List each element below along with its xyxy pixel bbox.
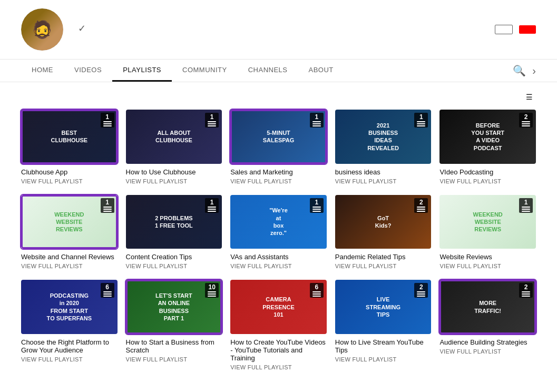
playlist-thumb: CAMERAPRESENCE101 6	[230, 280, 327, 334]
playlist-grid-row3: PODCASTINGin 2020FROM STARTTO SUPERFANS …	[21, 280, 536, 370]
playlist-count-num: 1	[210, 114, 214, 120]
playlist-link[interactable]: VIEW FULL PLAYLIST	[439, 178, 536, 184]
playlist-count-badge: 1	[205, 113, 219, 128]
section-header: ☰	[21, 93, 536, 101]
playlist-count-num: 1	[524, 199, 528, 205]
playlist-title: Website Reviews	[439, 253, 536, 261]
header-actions	[495, 25, 536, 34]
playlist-link[interactable]: VIEW FULL PLAYLIST	[335, 356, 432, 362]
playlist-count-badge: 1	[101, 113, 114, 128]
playlist-link[interactable]: VIEW FULL PLAYLIST	[335, 263, 432, 269]
playlist-count-num: 2	[524, 114, 528, 120]
playlist-count-lines	[312, 207, 321, 212]
channel-header: 🧔 ✓	[0, 0, 557, 60]
playlist-card-choose-platform[interactable]: PODCASTINGin 2020FROM STARTTO SUPERFANS …	[21, 280, 118, 370]
playlist-thumb: WEEKENDWEBSITEREVIEWS 1	[439, 195, 536, 249]
subscribe-button[interactable]	[519, 25, 536, 34]
playlist-thumb: ALL ABOUTCLUBHOUSE 1	[126, 110, 222, 164]
playlist-count-num: 2	[419, 284, 423, 290]
avatar-image: 🧔	[21, 8, 63, 51]
avatar: 🧔	[21, 8, 63, 51]
join-button[interactable]	[495, 25, 513, 34]
playlist-card-business-ideas[interactable]: 2021BUSINESSIDEASREVEALED 1 business ide…	[335, 110, 432, 184]
playlist-link[interactable]: VIEW FULL PLAYLIST	[230, 178, 327, 184]
search-icon[interactable]: 🔍	[513, 64, 526, 77]
playlist-card-vas-assistants[interactable]: "We'reatboxzero." 1 VAs and Assistants V…	[230, 195, 327, 270]
playlist-link[interactable]: VIEW FULL PLAYLIST	[126, 178, 222, 184]
playlist-link[interactable]: VIEW FULL PLAYLIST	[126, 356, 222, 362]
playlist-count-badge: 2	[414, 198, 428, 213]
playlist-card-content-creation-tips[interactable]: 2 PROBLEMS1 FREE TOOL 1 Content Creation…	[126, 195, 222, 270]
playlist-count-badge: 2	[519, 113, 533, 128]
playlist-count-num: 1	[315, 199, 318, 205]
playlist-thumb: LIVESTREAMINGTIPS 2	[335, 280, 432, 334]
playlist-thumb: GoTKids? 2	[335, 195, 432, 249]
playlist-card-clubhouse-app[interactable]: BESTCLUBHOUSE 1 Clubhouse App VIEW FULL …	[21, 110, 118, 184]
playlist-card-camera-presence[interactable]: CAMERAPRESENCE101 6 How to Create YouTub…	[230, 280, 327, 370]
playlist-title: Sales and Marketing	[230, 168, 327, 176]
playlist-link[interactable]: VIEW FULL PLAYLIST	[439, 263, 536, 269]
playlist-count-lines	[417, 291, 425, 297]
tab-videos[interactable]: VIDEOS	[64, 60, 112, 82]
playlist-title: How to Start a Business from Scratch	[126, 338, 222, 354]
playlist-count-num: 2	[524, 284, 528, 290]
playlist-count-num: 1	[315, 114, 318, 120]
playlist-count-lines	[522, 207, 530, 212]
playlist-count-badge: 2	[414, 283, 428, 298]
playlist-link[interactable]: VIEW FULL PLAYLIST	[230, 263, 327, 269]
playlist-count-num: 1	[105, 114, 109, 120]
playlist-card-website-channel-reviews[interactable]: WEEKENDWEBSITEREVIEWS 1 Website and Chan…	[21, 195, 118, 270]
playlist-card-website-reviews[interactable]: WEEKENDWEBSITEREVIEWS 1 Website Reviews …	[439, 195, 536, 270]
playlist-card-sales-marketing[interactable]: 5-MINUTSALESPAG 1 Sales and Marketing VI…	[230, 110, 327, 184]
more-icon[interactable]: ›	[532, 65, 536, 77]
channel-name-row: ✓	[74, 23, 495, 34]
playlist-count-badge: 1	[414, 113, 428, 128]
tab-playlists[interactable]: PLAYLISTS	[112, 60, 172, 82]
playlist-card-pandemic-tips[interactable]: GoTKids? 2 Pandemic Related Tips VIEW FU…	[335, 195, 432, 270]
playlist-count-lines	[312, 291, 321, 297]
playlist-count-num: 6	[315, 284, 318, 290]
playlist-card-audience-building[interactable]: MORETRAFFIC! 2 Audience Building Strateg…	[439, 280, 536, 370]
playlist-link[interactable]: VIEW FULL PLAYLIST	[335, 178, 432, 184]
playlist-thumb: 2 PROBLEMS1 FREE TOOL 1	[126, 195, 222, 249]
tab-community[interactable]: COMMUNITY	[172, 60, 238, 82]
playlist-count-badge: 10	[205, 283, 219, 298]
playlist-count-lines	[208, 207, 216, 212]
tab-about[interactable]: ABOUT	[298, 60, 344, 82]
playlist-link[interactable]: VIEW FULL PLAYLIST	[439, 348, 536, 355]
playlist-title: VAs and Assistants	[230, 253, 327, 261]
playlist-thumb: BEFOREYOU STARTA VIDEOPODCAST 2	[439, 110, 536, 164]
playlist-card-live-stream[interactable]: LIVESTREAMINGTIPS 2 How to Live Stream Y…	[335, 280, 432, 370]
playlist-link[interactable]: VIEW FULL PLAYLIST	[21, 178, 118, 184]
playlist-title: VIdeo Podcasting	[439, 168, 536, 176]
playlist-card-video-podcasting[interactable]: BEFOREYOU STARTA VIDEOPODCAST 2 VIdeo Po…	[439, 110, 536, 184]
playlist-title: Website and Channel Reviews	[21, 253, 118, 261]
playlist-card-how-to-use-clubhouse[interactable]: ALL ABOUTCLUBHOUSE 1 How to Use Clubhous…	[126, 110, 222, 184]
main-content: ☰ BESTCLUBHOUSE 1 Clubhouse App VIEW FUL…	[0, 82, 557, 391]
playlist-link[interactable]: VIEW FULL PLAYLIST	[21, 356, 118, 362]
playlist-thumb: MORETRAFFIC! 2	[439, 280, 536, 334]
playlist-count-num: 1	[419, 114, 423, 120]
playlist-title: How to Live Stream YouTube Tips	[335, 338, 432, 354]
playlist-thumb: BESTCLUBHOUSE 1	[21, 110, 118, 164]
sort-icon: ☰	[526, 93, 533, 101]
playlist-title: business ideas	[335, 168, 432, 176]
playlist-count-lines	[522, 121, 530, 126]
playlist-count-badge: 1	[310, 198, 324, 213]
playlist-count-lines	[103, 291, 112, 297]
playlist-count-num: 1	[210, 199, 214, 205]
tab-channels[interactable]: CHANNELS	[238, 60, 298, 82]
playlist-title: Content Creation Tips	[126, 253, 222, 261]
playlist-count-lines	[103, 121, 112, 126]
sort-by-button[interactable]: ☰	[526, 93, 536, 101]
playlist-count-badge: 6	[101, 283, 114, 298]
channel-info: ✓	[74, 23, 495, 36]
playlist-thumb: WEEKENDWEBSITEREVIEWS 1	[21, 195, 118, 249]
playlist-count-lines	[522, 291, 530, 297]
playlist-card-start-business-scratch[interactable]: LET'S STARTAN ONLINEBUSINESSPART 1 10 Ho…	[126, 280, 222, 370]
playlist-link[interactable]: VIEW FULL PLAYLIST	[230, 364, 327, 370]
playlist-link[interactable]: VIEW FULL PLAYLIST	[126, 263, 222, 269]
playlist-thumb: 2021BUSINESSIDEASREVEALED 1	[335, 110, 432, 164]
playlist-link[interactable]: VIEW FULL PLAYLIST	[21, 263, 118, 269]
tab-home[interactable]: HOME	[21, 60, 64, 82]
